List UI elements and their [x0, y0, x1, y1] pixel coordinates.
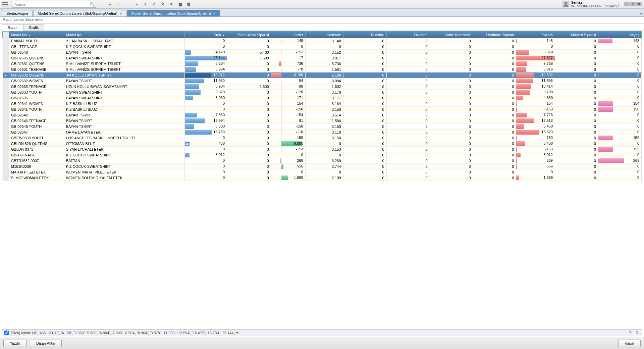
table-row[interactable]: GB-02641 YOUTHKIZ BASKILI BLUZ00-1503.15… [3, 107, 642, 112]
column-header[interactable]: Satın Alma Siparişi [227, 32, 271, 38]
user-box[interactable]: Sentez 01 - ÖRNEK TEKSTİL - ( HmgLive ) … [560, 1, 644, 8]
table-row[interactable]: GB-02631 QUEENSSİMLİ VANİZE SUPREM TSHIR… [3, 61, 642, 67]
column-header[interactable]: Model Adı [64, 32, 184, 38]
search-icon[interactable]: 🔍 [89, 2, 96, 7]
edit-filter-icon[interactable]: ✎ [628, 330, 633, 336]
menu-icon[interactable] [0, 0, 10, 9]
tab-overflow-icon[interactable]: ▼ [640, 12, 643, 16]
print-button[interactable]: Yazdır [3, 340, 26, 347]
table-row[interactable]: GB-02595 QUEENSBAYAN SWEATSHIRT26.1441.5… [3, 55, 642, 61]
column-header[interactable]: Tasnifde [343, 32, 386, 38]
cell-tasnifde: 0 [343, 38, 386, 44]
table-row[interactable]: GB-02641 WOMENKIZ BASKILI BLUZ00-1543.16… [3, 101, 642, 107]
column-header[interactable]: Model No▲ [9, 32, 64, 38]
table-row[interactable]: MAITAI PİLELİ ETEKWOMEN MAITAI PİLELİ ET… [3, 169, 642, 175]
row-indicator [3, 147, 9, 152]
delete-icon[interactable]: 🗑 [184, 1, 193, 8]
sub-tab[interactable]: Rapor [2, 24, 23, 31]
cell-order: 0 [271, 169, 305, 175]
table-row[interactable]: GB-02548BAYAN T-SHIRT4.1205.400-1523.152… [3, 50, 642, 55]
cell-model-no: GB-02641 YOUTH [9, 107, 64, 112]
table-row[interactable]: SLMIO WOMAN ETEKWOMEN SOLEMİO KALEM ETEK… [3, 175, 642, 181]
table-row[interactable]: GB-02646 TEENAGEBAYAN TSHIRT12.5940-811.… [3, 118, 642, 124]
close-button[interactable]: Kapat [618, 340, 641, 347]
document-tab[interactable]: SentezVogue [2, 10, 33, 16]
table-row[interactable]: GB-02646 YOUTHBAYAN TSHIRT5.6000-1503.15… [3, 124, 642, 130]
table-row[interactable]: ENİMAL YOUTHYILAN BASKILI SİYAH TAYT00-1… [3, 38, 642, 44]
cell-model-adi: KIZ BASKILI BLUZ [64, 107, 184, 112]
column-header[interactable]: Üretimde Toplam [473, 32, 516, 38]
cell-kesimde: 3.152 [305, 50, 343, 55]
column-header[interactable]: Müşteri Siparişi [555, 32, 598, 38]
table-row[interactable]: GB-02633 TEENAGEUZUN KOLLU BAYAN SWEATSH… [3, 84, 642, 90]
table-row[interactable]: GBEB-0808 YOUTHLOS ANGELES BASKILI NOPEL… [3, 135, 642, 141]
column-header[interactable]: Toplam [516, 32, 555, 38]
filter-dropdown-icon[interactable]: ▾ [236, 331, 238, 335]
cell-order: -90 [271, 84, 305, 90]
cell-model-adi: LOS ANGELES BASKILI NOPELİ TSHIRT [64, 135, 184, 141]
table-row[interactable]: GB - TEENAGEKIZ ÇOCUK SWEATSHIRT00000000… [3, 44, 642, 50]
table-row[interactable]: M151K0008KIZ ÇOCUK SWEATSHIRT005562.7440… [3, 164, 642, 169]
table-row[interactable]: GB-02635BAYAN SWEATSHIRT5.0600-1713.1710… [3, 95, 642, 101]
nav-first-icon[interactable]: « [106, 1, 115, 8]
table-row[interactable]: GBLDN-0371SİYAH LYCRALI ETEK00-1533.1530… [3, 147, 642, 152]
cell-toplam: 0 [516, 169, 555, 175]
cell-kalite: 0 [430, 78, 473, 84]
cell-stok: 11.980 [184, 78, 227, 84]
clear-filter-icon[interactable]: ⊘ [634, 330, 640, 336]
column-header[interactable]: Order [271, 32, 305, 38]
column-header[interactable]: Stok⏷ [184, 32, 227, 38]
tab-close-icon[interactable]: ✕ [119, 12, 122, 15]
table-row[interactable]: GB-TEENAGEKIZ ÇOCUK SWEATSHIRT3.01200000… [3, 152, 642, 158]
cell-dikimde: 0 [386, 152, 430, 158]
column-header[interactable]: İhtiyaç [598, 32, 641, 38]
sub-tab[interactable]: Grafik [23, 24, 44, 31]
row-indicator [3, 84, 9, 90]
document-tab[interactable]: Model Genel Durum Listesi (Stok/Sipariş/… [127, 10, 220, 16]
tab-close-icon[interactable]: ✕ [213, 12, 216, 15]
cell-satinalma: 0 [227, 72, 271, 78]
column-header[interactable]: Kesimde [305, 32, 343, 38]
table-row[interactable]: GBTR1532-0007BAFTAN00-2693.2690000-26902… [3, 158, 642, 164]
cell-musteri: 0 [555, 175, 598, 181]
maximize-icon[interactable]: ◻ [630, 2, 636, 6]
close-window-icon[interactable]: ✕ [636, 2, 642, 6]
grid-icon[interactable]: ▦ [176, 1, 184, 8]
grid-container: Model No▲Model AdıStok⏷Satın Alma Sipari… [2, 31, 642, 336]
list-icon[interactable]: ≡ [167, 1, 176, 8]
cell-uretimde: 0 [473, 124, 516, 130]
cell-kesimde: 6.180 [305, 72, 343, 78]
cell-model-adi: KIZ ÇOCUK SWEATSHIRT [64, 152, 184, 158]
minimize-icon[interactable]: — [624, 2, 630, 6]
table-row[interactable]: GB-02633 YOUTHBAYAN SWEATSHIRT9.8780-170… [3, 90, 642, 95]
cell-model-no: GBLDN-0371 [9, 147, 64, 152]
table-row[interactable]: GB-02647ÖRME BAYAN ETEK16.7300-1103.1100… [3, 130, 642, 135]
nav-prev-icon[interactable]: ‹ [115, 1, 123, 8]
cell-tasnifde: 0 [343, 78, 386, 84]
cell-musteri: 0 [555, 55, 598, 61]
cell-uretimde: 0 [473, 84, 516, 90]
nav-last-icon[interactable]: » [132, 1, 141, 8]
check-icon[interactable]: ✓ [150, 1, 158, 8]
export-button[interactable]: Dışarı Aktar [30, 340, 62, 347]
cell-uretimde: 0 [473, 50, 516, 55]
column-header[interactable]: Dikimde [386, 32, 430, 38]
document-tab[interactable]: Model Genel Durum Listesi (Stok/Sipariş/… [33, 10, 126, 16]
table-row[interactable]: GB-02642BAYAN TSHIRT7.8800-1543.51400007… [3, 112, 642, 118]
table-row[interactable]: GBLDN 526 QUEENSOTTOMAN BLUZ43806.000000… [3, 141, 642, 147]
filter-checkbox[interactable] [4, 331, 9, 335]
row-indicator [3, 61, 9, 67]
cell-stok: 0 [184, 107, 227, 112]
nav-next-icon[interactable]: › [123, 1, 132, 8]
add-icon[interactable]: + [141, 1, 150, 8]
options-bar[interactable]: Rapor Listesi Seçenekleri [0, 17, 644, 23]
search-input[interactable] [12, 1, 89, 7]
cancel-icon[interactable]: ✕ [158, 1, 167, 8]
cell-stok: 3.012 [184, 152, 227, 158]
table-row[interactable]: GB-02632 WOMENBAYAN TSHIRT11.9800-843.09… [3, 78, 642, 84]
cell-ihtiyac: 0 [598, 164, 641, 169]
table-row[interactable]: GB-02631 TEENAGESİMLİ VANİZE SUPREM TSHI… [3, 67, 642, 72]
cell-kesimde: 3.153 [305, 147, 343, 152]
table-row[interactable]: ▸GB-02632 QUEENS3/4 KOLLU BAYAN TSHIRT16… [3, 72, 642, 78]
column-header[interactable]: Kalite Kontrolde [430, 32, 473, 38]
